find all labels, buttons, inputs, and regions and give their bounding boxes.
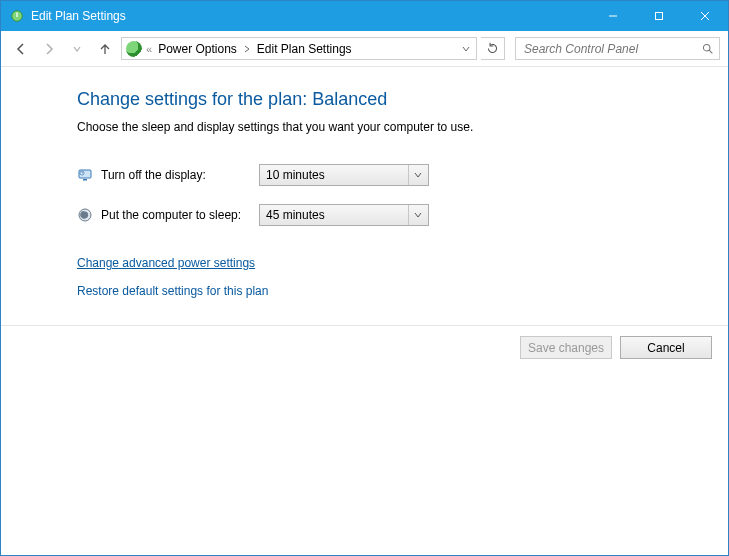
address-dropdown-button[interactable]: [458, 45, 474, 53]
page-heading: Change settings for the plan: Balanced: [77, 89, 728, 110]
restore-defaults-link[interactable]: Restore default settings for this plan: [77, 284, 268, 298]
content-area: Change settings for the plan: Balanced C…: [1, 67, 728, 325]
minimize-button[interactable]: [590, 1, 636, 31]
breadcrumb-power-options[interactable]: Power Options: [156, 42, 239, 56]
display-timeout-row: Turn off the display: 10 minutes: [77, 164, 728, 186]
svg-rect-1: [656, 13, 663, 20]
back-button[interactable]: [9, 37, 33, 61]
save-button: Save changes: [520, 336, 612, 359]
app-icon: [9, 8, 25, 24]
search-icon[interactable]: [699, 42, 715, 55]
sleep-timeout-row: Put the computer to sleep: 45 minutes: [77, 204, 728, 226]
button-bar: Save changes Cancel: [1, 325, 728, 555]
chevron-right-icon[interactable]: [243, 42, 251, 56]
control-panel-icon: [126, 41, 142, 57]
advanced-settings-link[interactable]: Change advanced power settings: [77, 256, 255, 270]
chevron-down-icon: [408, 165, 426, 185]
refresh-button[interactable]: [481, 37, 505, 60]
up-button[interactable]: [93, 37, 117, 61]
chevron-down-icon: [408, 205, 426, 225]
display-timeout-value: 10 minutes: [266, 168, 408, 182]
sleep-timeout-label: Put the computer to sleep:: [101, 208, 259, 222]
page-subheading: Choose the sleep and display settings th…: [77, 120, 728, 134]
display-timeout-label: Turn off the display:: [101, 168, 259, 182]
svg-rect-4: [83, 179, 87, 181]
titlebar: Edit Plan Settings: [1, 1, 728, 31]
breadcrumb-edit-plan[interactable]: Edit Plan Settings: [255, 42, 354, 56]
cancel-button[interactable]: Cancel: [620, 336, 712, 359]
search-placeholder: Search Control Panel: [524, 42, 699, 56]
forward-button[interactable]: [37, 37, 61, 61]
display-timeout-select[interactable]: 10 minutes: [259, 164, 429, 186]
recent-locations-button[interactable]: [65, 37, 89, 61]
search-box[interactable]: Search Control Panel: [515, 37, 720, 60]
svg-point-2: [703, 44, 710, 51]
sleep-timeout-value: 45 minutes: [266, 208, 408, 222]
sleep-timeout-select[interactable]: 45 minutes: [259, 204, 429, 226]
sleep-icon: [77, 207, 93, 223]
display-icon: [77, 167, 93, 183]
links-section: Change advanced power settings Restore d…: [77, 256, 728, 298]
maximize-button[interactable]: [636, 1, 682, 31]
address-bar[interactable]: « Power Options Edit Plan Settings: [121, 37, 477, 60]
nav-bar: « Power Options Edit Plan Settings Searc…: [1, 31, 728, 67]
window-title: Edit Plan Settings: [31, 9, 590, 23]
close-button[interactable]: [682, 1, 728, 31]
breadcrumb-history-icon: «: [146, 43, 152, 55]
